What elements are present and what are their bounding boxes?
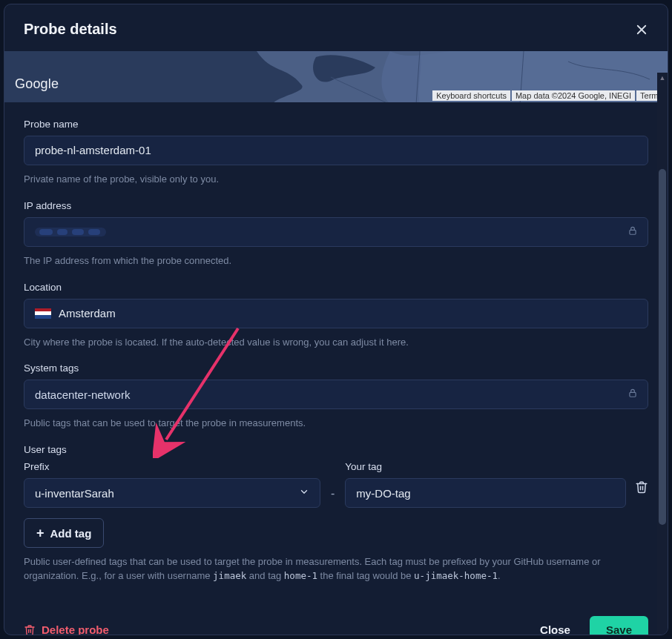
- save-button[interactable]: Save: [590, 616, 648, 635]
- map-keyboard-shortcuts[interactable]: Keyboard shortcuts: [432, 90, 510, 101]
- svg-rect-10: [88, 229, 100, 235]
- probe-name-input[interactable]: [24, 136, 648, 165]
- form-scroll-area: Probe name Private name of the probe, vi…: [4, 102, 668, 635]
- prefix-column: Prefix u-inventarSarah: [24, 461, 320, 508]
- user-tags-help: Public user-defined tags that can be use…: [24, 555, 648, 583]
- lock-icon: [627, 388, 638, 401]
- map-attribution: Keyboard shortcuts Map data ©2024 Google…: [432, 90, 666, 101]
- prefix-label: Prefix: [24, 461, 320, 472]
- system-tags-help: Public tags that can be used to target t…: [24, 417, 648, 431]
- lock-icon: [627, 225, 638, 239]
- yourtag-input[interactable]: [345, 478, 626, 508]
- scrollbar-track[interactable]: ▲: [657, 73, 668, 635]
- chevron-down-icon: [299, 487, 309, 500]
- scrollbar-thumb[interactable]: [659, 169, 666, 525]
- svg-rect-9: [72, 229, 84, 235]
- user-tags-label: User tags: [24, 444, 648, 455]
- scroll-up-arrow-icon[interactable]: ▲: [659, 74, 666, 82]
- google-logo: Google: [15, 76, 59, 92]
- svg-rect-12: [630, 393, 636, 397]
- modal-title: Probe details: [24, 21, 117, 38]
- user-tags-group: User tags Prefix u-inventarSarah - Your …: [24, 444, 648, 583]
- modal-footer: Delete probe Close Save: [24, 597, 648, 635]
- close-button[interactable]: Close: [531, 616, 579, 635]
- location-label: Location: [24, 282, 648, 293]
- add-tag-button[interactable]: + Add tag: [24, 518, 104, 548]
- probe-name-label: Probe name: [24, 119, 648, 130]
- probe-details-modal: Probe details Google Keyboard shortcuts …: [4, 4, 668, 635]
- map-strip[interactable]: Google Keyboard shortcuts Map data ©2024…: [4, 51, 668, 102]
- svg-rect-11: [630, 230, 636, 234]
- yourtag-column: Your tag: [345, 461, 626, 508]
- system-tags-label: System tags: [24, 362, 648, 374]
- location-city: Amsterdam: [59, 307, 116, 320]
- yourtag-label: Your tag: [345, 461, 626, 472]
- system-tags-input: datacenter-network: [24, 380, 648, 409]
- ip-address-help: The IP address from which the probe conn…: [24, 254, 648, 268]
- probe-name-group: Probe name Private name of the probe, vi…: [24, 119, 648, 187]
- location-help: City where the probe is located. If the …: [24, 336, 648, 350]
- prefix-select[interactable]: u-inventarSarah: [24, 478, 320, 508]
- ip-address-label: IP address: [24, 200, 648, 211]
- location-group: Location Amsterdam City where the probe …: [24, 282, 648, 350]
- probe-name-help: Private name of the probe, visible only …: [24, 173, 648, 187]
- delete-tag-button[interactable]: [635, 461, 648, 497]
- map-data-attrib: Map data ©2024 Google, INEGI: [512, 90, 635, 101]
- trash-icon: [24, 624, 36, 635]
- delete-probe-button[interactable]: Delete probe: [24, 623, 109, 635]
- delete-probe-label: Delete probe: [42, 623, 109, 635]
- flag-nl-icon: [35, 308, 51, 319]
- close-icon[interactable]: [635, 23, 648, 36]
- prefix-value: u-inventarSarah: [35, 487, 114, 500]
- svg-rect-7: [39, 229, 53, 235]
- system-tags-group: System tags datacenter-network Public ta…: [24, 362, 648, 431]
- ip-address-input: [24, 217, 648, 247]
- modal-header: Probe details: [4, 4, 668, 51]
- plus-icon: +: [36, 526, 45, 540]
- ip-address-group: IP address The IP address from which the…: [24, 200, 648, 268]
- add-tag-label: Add tag: [50, 527, 92, 540]
- system-tags-value: datacenter-network: [35, 388, 130, 401]
- ip-redacted-blur: [35, 225, 106, 239]
- location-input[interactable]: Amsterdam: [24, 299, 648, 328]
- tag-separator: -: [329, 487, 336, 500]
- svg-rect-8: [57, 229, 67, 235]
